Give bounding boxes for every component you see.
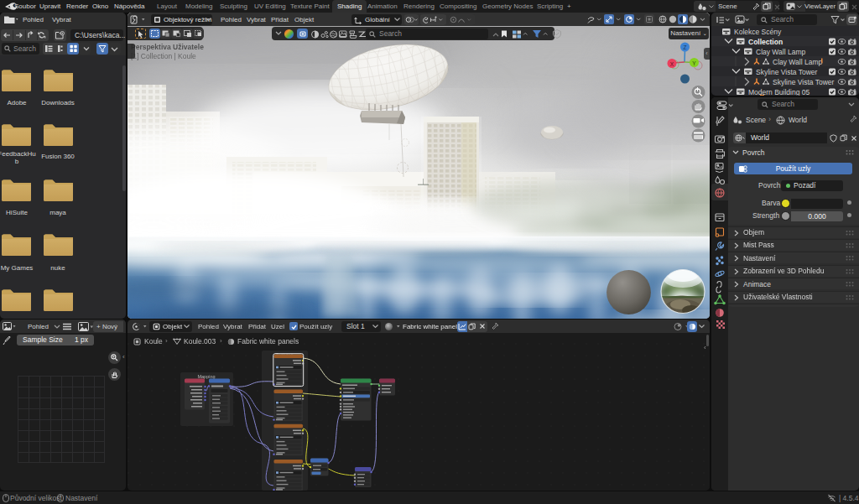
svg-text:Clay Wall Lamp: Clay Wall Lamp [756, 48, 805, 56]
svg-text:Perspektiva Uživatele: Perspektiva Uživatele [131, 43, 204, 51]
svg-text:X: X [670, 61, 674, 67]
svg-text:Collection: Collection [748, 38, 783, 46]
svg-text:Skyline Vista Tower: Skyline Vista Tower [756, 68, 818, 76]
svg-text:Modern Building 05: Modern Building 05 [748, 88, 810, 96]
svg-text:Z: Z [684, 44, 687, 50]
svg-text:Y: Y [692, 60, 696, 66]
svg-text:Skyline Vista Tower: Skyline Vista Tower [773, 78, 835, 86]
svg-text:Mapping: Mapping [197, 374, 215, 379]
svg-text:Clay Wall Lamp: Clay Wall Lamp [773, 58, 822, 66]
svg-text:[1] Collection | Koule: [1] Collection | Koule [131, 52, 196, 60]
svg-text:Kolekce Scény: Kolekce Scény [734, 28, 782, 36]
